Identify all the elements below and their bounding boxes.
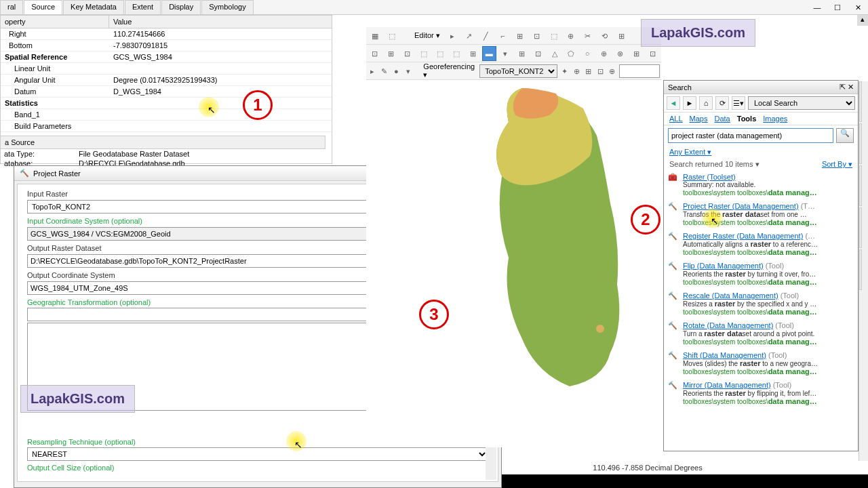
scroll-up-button[interactable]: ▴ xyxy=(857,15,868,26)
tool-button[interactable]: ⊗ xyxy=(613,46,627,61)
search-input[interactable] xyxy=(668,128,833,143)
property-row[interactable]: Build Parameters xyxy=(1,121,332,132)
tool-button[interactable]: ⊡ xyxy=(368,46,382,61)
search-tab-tools[interactable]: Tools xyxy=(737,115,757,123)
pointer-icon[interactable]: ▸ xyxy=(445,28,460,43)
tab-display[interactable]: Display xyxy=(161,0,201,14)
tool-button[interactable]: ⊞ xyxy=(614,28,629,43)
tool-button[interactable]: ⊕ xyxy=(564,28,578,43)
search-scope-select[interactable]: Local Search xyxy=(748,96,855,110)
property-row[interactable]: Linear Unit xyxy=(1,63,332,75)
georef-layer-select[interactable]: TopoToR_KONT2 xyxy=(479,64,557,78)
results-count[interactable]: Search returned 10 items ▾ xyxy=(669,160,760,169)
dock-tab[interactable] xyxy=(859,123,862,164)
tool-button[interactable]: ⬚ xyxy=(384,28,399,43)
tab-source[interactable]: Source xyxy=(24,0,62,14)
tool-button[interactable]: ⬚ xyxy=(433,46,447,61)
tool-button[interactable]: ⊞ xyxy=(466,46,480,61)
search-result[interactable]: 🔨Mirror (Data Management) (Tool)Reorient… xyxy=(664,378,858,408)
result-title-link[interactable]: Rescale (Data Management) xyxy=(683,291,778,300)
search-results-list[interactable]: 🧰Raster (Toolset)Summary: not available.… xyxy=(664,170,858,441)
result-title-link[interactable]: Project Raster (Data Management) xyxy=(683,202,799,210)
search-go-button[interactable]: 🔍 xyxy=(836,128,854,143)
close-search-button[interactable]: ✕ xyxy=(848,83,854,91)
tool-button[interactable]: ⊡ xyxy=(646,46,660,61)
property-row[interactable]: Band_1 xyxy=(1,109,332,121)
georeferencing-menu[interactable]: Georeferencing ▾ xyxy=(420,62,477,79)
tool-button[interactable]: ⌐ xyxy=(496,28,511,43)
tool-button[interactable]: ▾ xyxy=(498,46,513,61)
pen-icon[interactable]: ✎ xyxy=(380,64,390,79)
close-button[interactable]: ✕ xyxy=(848,0,868,15)
tool-button[interactable]: ⬚ xyxy=(416,46,431,61)
result-title-link[interactable]: Mirror (Data Management) xyxy=(683,381,771,389)
sort-by-menu[interactable]: Sort By ▾ xyxy=(822,160,852,169)
tool-button[interactable]: ▦ xyxy=(368,28,382,43)
result-title-link[interactable]: Register Raster (Data Management) xyxy=(683,232,803,240)
property-row[interactable]: Right110.274154666 xyxy=(1,28,332,40)
dock-tab[interactable] xyxy=(859,81,862,122)
dropdown-icon[interactable]: ▾ xyxy=(403,64,414,79)
tool-button[interactable]: ⬠ xyxy=(564,46,578,61)
forward-button[interactable]: ► xyxy=(683,96,696,110)
tool-button[interactable]: ⬚ xyxy=(547,28,561,43)
tool-button[interactable]: ✦ xyxy=(559,64,570,79)
property-row[interactable]: Angular UnitDegree (0.0174532925199433) xyxy=(1,75,332,86)
tool-button[interactable]: ⊞ xyxy=(629,46,644,61)
property-row[interactable]: Bottom-7.98307091815 xyxy=(1,40,332,52)
pin-icon[interactable]: ⇱ xyxy=(840,83,846,91)
options-icon[interactable]: ☰▾ xyxy=(732,96,745,110)
search-result[interactable]: 🔨Rescale (Data Management) (Tool)Resizes… xyxy=(664,289,858,319)
tool-button[interactable]: ╱ xyxy=(479,28,494,43)
tool-button[interactable]: ⬚ xyxy=(450,46,464,61)
property-row[interactable]: Spatial ReferenceGCS_WGS_1984 xyxy=(1,52,332,63)
home-icon[interactable]: ⌂ xyxy=(699,96,713,110)
tool-button[interactable]: ⊡ xyxy=(530,28,545,43)
map-canvas[interactable] xyxy=(366,81,661,447)
tool-button[interactable]: ⊡ xyxy=(400,46,414,61)
search-result[interactable]: 🔨Register Raster (Data Management) (…Aut… xyxy=(664,229,858,259)
georef-value-input[interactable] xyxy=(619,64,660,78)
property-row[interactable]: DatumD_WGS_1984 xyxy=(1,86,332,98)
tab-general[interactable]: ral xyxy=(0,0,23,14)
search-result[interactable]: 🔨Flip (Data Management) (Tool)Reorients … xyxy=(664,259,858,289)
tab-extent[interactable]: Extent xyxy=(125,0,161,14)
tool-button[interactable]: ⊕ xyxy=(607,64,617,79)
search-result[interactable]: 🔨Rotate (Data Management) (Tool)Turn a r… xyxy=(664,319,858,348)
property-row[interactable]: Statistics xyxy=(1,98,332,109)
tool-button[interactable]: ⊡ xyxy=(595,64,606,79)
tool-button[interactable]: ⊞ xyxy=(384,46,398,61)
minimize-button[interactable]: — xyxy=(807,0,827,15)
tab-key-metadata[interactable]: Key Metadata xyxy=(63,0,124,14)
back-button[interactable]: ◄ xyxy=(667,96,680,110)
tool-button[interactable]: ⊕ xyxy=(597,46,611,61)
result-title-link[interactable]: Shift (Data Management) xyxy=(683,351,766,359)
dot-icon[interactable]: ● xyxy=(391,64,401,79)
tool-button[interactable]: ⊕ xyxy=(572,64,582,79)
tab-symbology[interactable]: Symbology xyxy=(201,0,253,14)
tool-button[interactable]: ↗ xyxy=(462,28,477,43)
tool-button[interactable]: ⟲ xyxy=(597,28,612,43)
tool-button[interactable]: ○ xyxy=(580,46,594,61)
search-tab-all[interactable]: ALL xyxy=(669,115,683,123)
result-title-link[interactable]: Flip (Data Management) xyxy=(683,262,764,270)
tool-button[interactable]: ⊡ xyxy=(531,46,545,61)
search-tab-data[interactable]: Data xyxy=(714,115,730,123)
refresh-icon[interactable]: ⟳ xyxy=(715,96,729,110)
tool-button[interactable]: △ xyxy=(547,46,561,61)
search-tab-images[interactable]: Images xyxy=(763,115,787,123)
search-result[interactable]: 🔨Project Raster (Data Management) (T…Tra… xyxy=(664,199,858,229)
tool-button[interactable]: ⊞ xyxy=(515,46,529,61)
tool-button[interactable]: ✂ xyxy=(580,28,595,43)
result-title-link[interactable]: Rotate (Data Management) xyxy=(683,321,773,329)
dock-tab[interactable] xyxy=(859,165,862,206)
dock-tab[interactable] xyxy=(859,207,862,248)
search-result[interactable]: 🔨Shift (Data Management) (Tool)Moves (sl… xyxy=(664,348,858,378)
tool-button[interactable]: ⊞ xyxy=(513,28,528,43)
maximize-button[interactable]: ☐ xyxy=(827,0,848,15)
search-result[interactable]: 🧰Raster (Toolset)Summary: not available.… xyxy=(664,170,858,199)
pointer-icon[interactable]: ▸ xyxy=(368,64,378,79)
search-tab-maps[interactable]: Maps xyxy=(690,115,708,123)
editor-menu[interactable]: Editor ▾ xyxy=(412,31,443,40)
result-title-link[interactable]: Raster (Toolset) xyxy=(683,173,736,181)
